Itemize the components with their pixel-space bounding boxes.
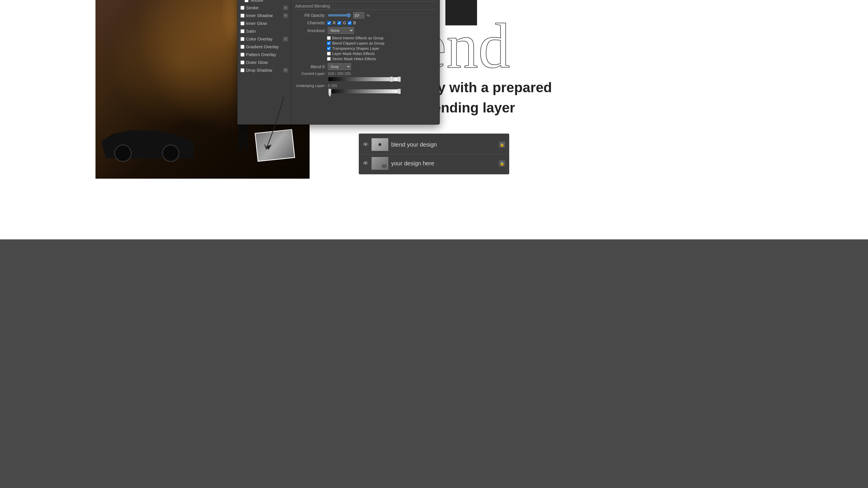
style-item-drop-shadow[interactable]: Drop Shadow + (238, 66, 291, 74)
stroke-label: Stroke (246, 5, 282, 10)
drop-shadow-label: Drop Shadow (246, 68, 282, 72)
layer-mask-label: Layer Mask Hides Effects (332, 52, 375, 56)
pattern-overlay-checkbox[interactable] (241, 53, 245, 57)
gradient-overlay-label: Gradient Overlay (246, 44, 279, 49)
blend-interior-row: Blend Interior Effects as Group (327, 36, 435, 40)
vector-mask-row: Vector Mask Hides Effects (327, 57, 435, 61)
vector-mask-label: Vector Mask Hides Effects (332, 57, 376, 61)
fill-opacity-row: Fill Opacity: % (295, 12, 435, 19)
current-layer-row: Current Layer: 218 / 255 255 (295, 71, 435, 76)
advanced-blending-label: Advanced Blending (295, 4, 435, 10)
satin-checkbox[interactable] (241, 29, 245, 33)
layer-style-dialog: Layer Style Name: Styles Blending Option… (237, 0, 440, 125)
texture-checkbox[interactable] (245, 0, 249, 2)
fill-opacity-percent: % (367, 13, 370, 18)
color-overlay-plus-icon[interactable]: + (283, 37, 288, 41)
satin-label: Satin (246, 29, 256, 34)
drop-shadow-checkbox[interactable] (241, 68, 245, 72)
underlying-layer-values: 0 255 (328, 84, 337, 88)
inner-shadow-plus-icon[interactable]: + (283, 13, 288, 18)
channel-b-checkbox[interactable] (348, 21, 351, 25)
current-layer-gradient (329, 77, 401, 81)
blend-if-label: Blend If: (295, 64, 326, 69)
stroke-plus-icon[interactable]: + (283, 5, 288, 10)
blend-clipped-label: Blend Clipped Layers as Group (332, 41, 384, 45)
underlying-layer-arrow-left (329, 94, 331, 97)
inner-shadow-checkbox[interactable] (241, 13, 245, 18)
channel-r-checkbox[interactable] (327, 21, 331, 25)
style-item-inner-shadow[interactable]: Inner Shadow + (238, 11, 291, 20)
current-layer-values: 218 / 255 255 (328, 71, 351, 76)
options-panel: Blending Options General Blending Blend … (291, 0, 439, 124)
current-layer-label: Current Layer: (295, 71, 326, 76)
channel-b-label: B (353, 21, 356, 25)
styles-panel: Styles Blending Options Bevel & Emboss C… (238, 0, 291, 124)
style-item-pattern-overlay[interactable]: Pattern Overlay (238, 51, 291, 58)
preview-box (445, 0, 477, 26)
inset-photo (255, 129, 295, 162)
outer-glow-checkbox[interactable] (241, 60, 245, 64)
style-item-outer-glow[interactable]: Outer Glow (238, 58, 291, 66)
pattern-overlay-label: Pattern Overlay (246, 52, 276, 57)
layer-mask-row: Layer Mask Hides Effects (327, 52, 435, 56)
channel-g-checkbox[interactable] (337, 21, 341, 25)
style-item-gradient-overlay[interactable]: Gradient Overlay (238, 43, 291, 51)
color-overlay-checkbox[interactable] (241, 37, 245, 41)
blend-if-select[interactable]: Gray (328, 63, 351, 70)
inner-shadow-label: Inner Shadow (246, 13, 282, 18)
knockout-label: Knockout: (295, 28, 326, 33)
current-layer-thumb-mid[interactable] (390, 76, 393, 82)
gradient-overlay-checkbox[interactable] (241, 45, 245, 49)
dialog-buttons-panel: OK Cancel New Style... Preview (445, 0, 477, 26)
channel-r-label: R (333, 21, 336, 25)
underlying-layer-gradient (329, 89, 401, 93)
blend-interior-label: Blend Interior Effects as Group (332, 36, 384, 40)
style-item-satin[interactable]: Satin (238, 27, 291, 35)
channel-g-label: G (343, 21, 346, 25)
inner-glow-label: Inner Glow (246, 21, 267, 26)
style-item-stroke[interactable]: Stroke + (238, 4, 291, 11)
underlying-layer-label: Underlying Layer: (295, 84, 326, 88)
outer-glow-label: Outer Glow (246, 60, 268, 65)
style-item-texture[interactable]: Texture (238, 0, 291, 4)
blend-clipped-checkbox[interactable] (327, 41, 331, 45)
blend-if-row: Blend If: Gray (295, 63, 435, 70)
layer-mask-checkbox[interactable] (327, 52, 331, 56)
fill-opacity-input[interactable] (353, 12, 364, 19)
underlying-layer-row: Underlying Layer: 0 255 (295, 84, 435, 88)
channels-row: Channels: R G B (295, 21, 435, 25)
style-item-color-overlay[interactable]: Color Overlay + (238, 35, 291, 43)
texture-label: Texture (250, 0, 263, 3)
knockout-row: Knockout: None (295, 27, 435, 34)
current-layer-thumb-right[interactable] (398, 76, 401, 82)
drop-shadow-plus-icon[interactable]: + (283, 68, 288, 72)
channels-label: Channels: (295, 21, 326, 25)
vector-mask-checkbox[interactable] (327, 57, 331, 61)
color-overlay-label: Color Overlay (246, 36, 282, 41)
stroke-checkbox[interactable] (241, 6, 245, 10)
underlying-layer-thumb-left[interactable] (329, 89, 331, 94)
transparency-shapes-row: Transparency Shapes Layer (327, 46, 435, 51)
knockout-select[interactable]: None (328, 27, 354, 34)
fill-opacity-slider[interactable] (328, 13, 351, 18)
underlying-layer-thumb-right[interactable] (398, 89, 401, 94)
inner-glow-checkbox[interactable] (241, 22, 245, 26)
fill-opacity-label: Fill Opacity: (295, 13, 326, 18)
transparency-shapes-checkbox[interactable] (327, 46, 331, 50)
blend-interior-checkbox[interactable] (327, 36, 331, 40)
style-item-inner-glow[interactable]: Inner Glow (238, 20, 291, 27)
blend-clipped-row: Blend Clipped Layers as Group (327, 41, 435, 45)
transparency-shapes-label: Transparency Shapes Layer (332, 46, 379, 51)
